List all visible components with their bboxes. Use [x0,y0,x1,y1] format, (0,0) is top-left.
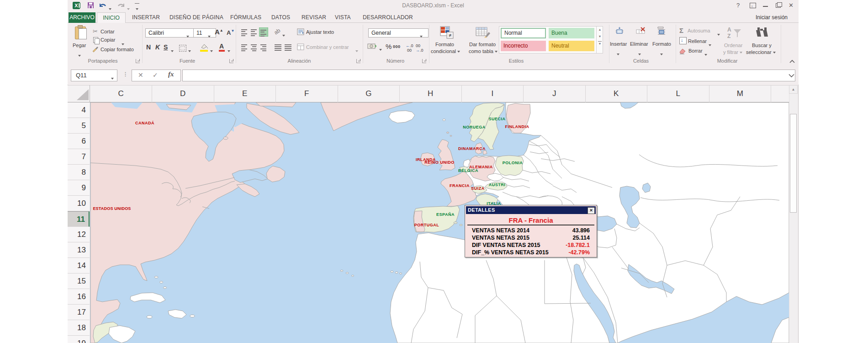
svg-text:PORTUGAL: PORTUGAL [414,223,439,227]
svg-text:ALEMANIA: ALEMANIA [469,165,493,169]
svg-text:FINLANDIA: FINLANDIA [505,124,529,129]
svg-text:CANADÁ: CANADÁ [135,121,154,125]
svg-text:≠: ≠ [449,32,451,38]
svg-text:SUECIA: SUECIA [488,117,505,121]
svg-text:SUIZA: SUIZA [471,186,485,191]
svg-text:ESTADOS UNIDOS: ESTADOS UNIDOS [93,206,131,211]
svg-text:POLONIA: POLONIA [503,161,523,165]
svg-text:DINAMARCA: DINAMARCA [458,146,486,151]
svg-text:FRANCIA: FRANCIA [450,183,470,188]
svg-text:NORUEGA: NORUEGA [463,125,486,129]
svg-text:REINO UNIDO: REINO UNIDO [424,160,455,165]
svg-text:ESPAÑA: ESPAÑA [436,212,455,217]
svg-text:AUSTRI: AUSTRI [489,182,506,187]
